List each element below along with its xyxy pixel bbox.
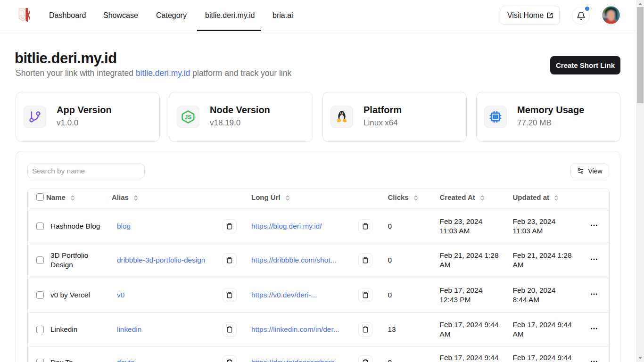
svg-text:JS: JS	[185, 114, 192, 121]
